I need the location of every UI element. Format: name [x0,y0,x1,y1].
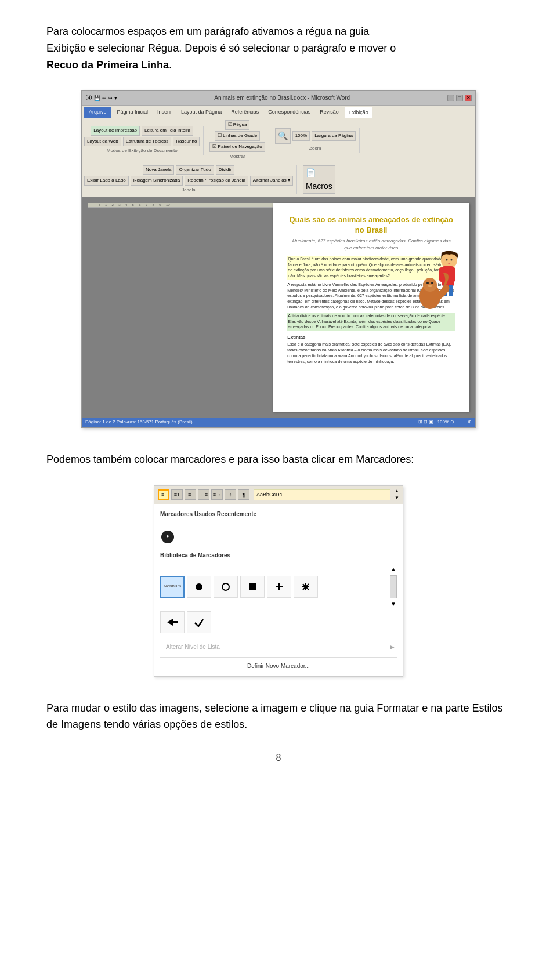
markers-divider1 [160,637,397,637]
btn-linhas-grade[interactable]: ☐ Linhas de Grade [215,131,260,141]
btn-leitura-tela-inteira[interactable]: Leitura em Tela Inteira [142,126,193,136]
scroll-up[interactable]: ▲ [395,488,399,495]
btn-rascunho[interactable]: Rascunho [173,137,200,147]
btn-alternar-janelas[interactable]: Alternar Janelas ▾ [250,176,293,186]
tab-exibicao[interactable]: Exibição [345,107,372,118]
tab-referencias[interactable]: Referências [227,107,262,118]
btn-100[interactable]: 100% [292,131,310,141]
markers-toolbar: ≡· ≡1 ≡· ←≡ ≡→ ↕ ¶ AaBbCcDc ▲ ▼ [154,486,403,505]
marker-circle-filled-icon [194,582,204,591]
tab-layout[interactable]: Layout da Página [178,107,225,118]
word-doc-area: | 1 2 3 4 5 6 7 8 9 10 Quais são os anim… [82,197,475,418]
panel-scrollbar[interactable] [390,575,397,598]
tab-pagina-inicial[interactable]: Página Inicial [114,107,152,118]
window-buttons: _ □ ✕ [447,95,472,101]
intro-line2: Exibição e selecionar Régua. Depois é só… [46,42,396,54]
btn-rolagem-sinc[interactable]: Rolagem Sincronizada [131,176,183,186]
doc-section-extintas: Extintas [287,334,455,340]
btn-regua[interactable]: ☑ Régua [225,120,250,130]
svg-point-15 [196,583,202,590]
btn-organizar-tudo[interactable]: Organizar Tudo [176,165,214,175]
label-janela: Janela [182,187,196,194]
marker-arrow-icon [166,617,179,627]
label-zoom: Zoom [309,145,321,153]
marker-square[interactable] [240,576,265,598]
markers-decrease-indent[interactable]: ←≡ [198,489,209,500]
btn-layout-impressao[interactable]: Layout de Impressão [91,126,140,136]
close-button[interactable]: ✕ [465,95,472,101]
bottom-text-content: Para mudar o estilo das imagens, selecio… [46,702,502,731]
markers-nivel-action: Alterar Nível de Lista [162,641,223,654]
style-preview: AaBbCcDc [254,489,390,500]
markers-screenshot: ≡· ≡1 ≡· ←≡ ≡→ ↕ ¶ AaBbCcDc ▲ ▼ Marcador… [154,485,403,677]
word-titlebar: 🄦 💾 ↩ ↪ ▾ Animais em extinção no Brasil.… [82,91,475,106]
page-number: 8 [46,750,511,765]
marker-asterisk[interactable] [294,576,318,598]
label-mostrar: Mostrar [229,153,245,161]
svg-rect-13 [420,291,425,302]
markers-increase-indent[interactable]: ≡→ [211,489,223,500]
svg-rect-14 [435,291,439,302]
markers-secondary-row [160,611,397,633]
minimize-button[interactable]: _ [447,95,454,101]
recent-bullet-symbol: ● [167,533,169,540]
btn-layout-web[interactable]: Layout da Web [84,137,121,147]
scroll-down[interactable]: ▼ [395,495,399,502]
btn-nova-janela[interactable]: Nova Janela [143,165,174,175]
intro-paragraph: Para colocarmos espaços em um parágrafo … [46,23,511,73]
ribbon-group-zoom: 🔍 100% Largura da Página Zoom [275,128,360,152]
btn-estrutura-topicos[interactable]: Estrutura de Tópicos [123,137,172,147]
panel-scroll: ▲ ▼ [390,565,397,609]
markers-divider2 [160,657,397,658]
markers-nivel-arrow: ▶ [390,643,395,652]
markers-list-btn[interactable]: ≡· [158,489,169,500]
marker-circle-filled[interactable] [187,576,211,598]
ribbon-group-janela: Nova Janela Organizar Tudo Dividir Exibi… [84,165,297,194]
maximize-button[interactable]: □ [456,95,463,101]
markers-pilcrow-btn[interactable]: ¶ [238,489,249,500]
recent-bullet-circle[interactable]: ● [161,531,174,543]
btn-zoom[interactable]: 🔍 [275,128,291,143]
markers-ordered-btn[interactable]: ≡1 [171,489,183,500]
tab-revisao[interactable]: Revisão [316,107,342,118]
markers-recent-title: Marcadores Usados Recentemente [160,508,397,521]
btn-redef-posicao[interactable]: Redefinir Posição da Janela [185,176,248,186]
doc-subtitle: Atualmente, 627 espécies brasileiras est… [287,238,455,251]
btn-largura-pagina[interactable]: Largura da Página [312,131,356,141]
markers-sort-btn[interactable]: ↕ [225,489,236,500]
ribbon-controls: Layout de Impressão Leitura em Tela Inte… [84,119,473,195]
tab-inserir[interactable]: Inserir [154,107,175,118]
markers-multilevel-btn[interactable]: ≡· [185,489,196,500]
marker-plus-icon [274,582,284,591]
markers-panel: Marcadores Usados Recentemente ● Bibliot… [154,504,403,676]
svg-rect-5 [449,285,453,296]
btn-dividir[interactable]: Dividir [216,165,234,175]
tab-arquivo[interactable]: Arquivo [84,107,111,118]
doc-section-text: Essa é a categoria mais dramática: sete … [287,342,455,364]
markers-library-title: Biblioteca de Marcadores [160,549,397,562]
svg-rect-3 [450,267,455,282]
ruler: | 1 2 3 4 5 6 7 8 9 10 [88,203,273,208]
marker-plus[interactable] [267,576,291,598]
marker-none[interactable]: Nenhum [160,576,185,598]
mascot-svg [417,250,461,320]
marker-circle-empty[interactable] [214,576,238,598]
ribbon-group-exibicao: Layout de Impressão Leitura em Tela Inte… [84,126,204,155]
label-exibicao: Modos de Exibição de Documento [107,147,178,155]
panel-scroll-up[interactable]: ▲ [390,565,396,574]
ribbon-tabs: Arquivo Página Inicial Inserir Layout da… [84,107,473,118]
marker-arrow[interactable] [160,611,185,633]
btn-macros[interactable]: 📄Macros [303,165,335,194]
status-right: ⊞ ⊟ ▣ 100% ⊖────⊕ [418,419,472,426]
svg-point-6 [446,259,448,260]
markers-define-action[interactable]: Definir Novo Marcador... [160,660,397,673]
marker-check[interactable] [187,611,211,633]
btn-painel-navegacao[interactable]: ☑ Painel de Navegação [209,142,265,152]
tab-correspondencias[interactable]: Correspondências [265,107,314,118]
word-title: Animais em extinção no Brasil.docx - Mic… [214,93,350,103]
doc-title: Quais são os animais ameaçados de extinç… [287,215,455,235]
btn-exibir-lado[interactable]: Exibir Lado a Lado [84,176,129,186]
intro-suffix: . [169,59,172,71]
doc-body: Que o Brasil é um dos países com maior b… [287,256,455,365]
panel-scroll-down[interactable]: ▼ [390,600,396,609]
